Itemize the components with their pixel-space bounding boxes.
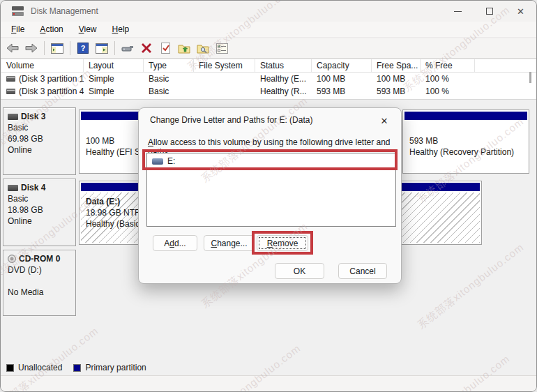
cell-volume: (Disk 3 partition 4) — [19, 86, 84, 96]
status-bar — [1, 375, 536, 392]
header-type[interactable]: Type — [144, 59, 194, 72]
folder-up-icon[interactable] — [176, 40, 192, 56]
disk-name: Disk 3 — [21, 112, 45, 121]
volume-icon — [6, 76, 15, 82]
header-capacity[interactable]: Capacity — [312, 59, 372, 72]
disk-type: Basic — [8, 123, 73, 133]
add-button[interactable]: Add... — [153, 235, 197, 251]
header-layout[interactable]: Layout — [84, 59, 144, 72]
cell-status: Healthy (E... — [255, 74, 312, 84]
cell-free-space: 100 MB — [372, 74, 421, 84]
show-console-tree-icon[interactable] — [49, 40, 66, 56]
table-row[interactable]: (Disk 3 partition 4) Simple Basic Health… — [1, 85, 537, 98]
commit-check-icon[interactable] — [157, 40, 174, 56]
disk-tool-icon[interactable] — [119, 40, 136, 56]
splitter[interactable] — [1, 99, 536, 107]
cell-type: Basic — [144, 86, 194, 96]
disk-management-window: Disk Management ✕ File Action View Help … — [0, 0, 537, 392]
minimize-button[interactable] — [442, 1, 474, 22]
disk-status: Online — [8, 216, 73, 226]
cell-volume: (Disk 3 partition 1) — [19, 74, 84, 84]
drive-letter-listbox[interactable]: E: — [146, 153, 396, 227]
disk-status: Online — [8, 145, 73, 155]
help-icon[interactable]: ? — [75, 40, 91, 56]
header-file-system[interactable]: File System — [194, 59, 255, 72]
disk-name: Disk 4 — [21, 183, 45, 193]
disk-type: Basic — [8, 194, 73, 204]
cdrom-icon — [8, 255, 16, 263]
disk3-partition-recovery[interactable]: 593 MB Healthy (Recovery Partition) — [402, 110, 529, 174]
back-icon[interactable] — [4, 40, 21, 56]
cell-capacity: 593 MB — [312, 86, 372, 96]
legend-label: Unallocated — [18, 363, 62, 372]
drive-letter-label: E: — [167, 156, 175, 166]
disk3-label[interactable]: Disk 3 Basic 69.98 GB Online — [3, 107, 76, 175]
cell-free-space: 593 MB — [372, 86, 421, 96]
partition-size: 593 MB — [409, 135, 527, 146]
partition-status: Healthy (Recovery Partition) — [409, 146, 527, 158]
volume-icon — [6, 89, 15, 94]
header-free-space[interactable]: Free Spa... — [372, 59, 421, 72]
menu-bar: File Action View Help — [1, 22, 536, 38]
disk-icon — [8, 185, 18, 191]
cell-capacity: 100 MB — [312, 74, 372, 84]
maximize-button[interactable] — [474, 1, 505, 22]
change-button[interactable]: Change... — [204, 235, 255, 251]
menu-action[interactable]: Action — [32, 23, 70, 36]
disk-name: CD-ROM 0 — [19, 254, 60, 264]
cancel-button[interactable]: Cancel — [338, 263, 387, 279]
cell-type: Basic — [144, 74, 194, 84]
list-item-e[interactable]: E: — [147, 153, 395, 169]
legend: Unallocated Primary partition — [1, 360, 536, 375]
volume-list: Volume Layout Type File System Status Ca… — [1, 59, 537, 99]
list-scrollbar[interactable] — [529, 72, 531, 83]
table-row[interactable]: (Disk 3 partition 1) Simple Basic Health… — [1, 73, 537, 85]
disk-size: 69.98 GB — [8, 134, 73, 144]
toolbar: ? — [1, 38, 536, 59]
disk-icon — [8, 114, 18, 120]
menu-file[interactable]: File — [3, 23, 32, 36]
disk-status: No Media — [8, 287, 73, 297]
disk4-label[interactable]: Disk 4 Basic 18.98 GB Online — [3, 179, 76, 246]
delete-icon[interactable] — [138, 40, 155, 56]
header-volume[interactable]: Volume — [1, 59, 84, 72]
primary-partition-swatch — [73, 364, 81, 372]
change-drive-letter-dialog: Change Drive Letter and Paths for E: (Da… — [138, 107, 402, 284]
volume-list-header: Volume Layout Type File System Status Ca… — [1, 59, 537, 73]
cdrom-label[interactable]: CD-ROM 0 DVD (D:) No Media — [3, 250, 76, 316]
ok-button[interactable]: OK — [275, 263, 324, 279]
dialog-title: Change Drive Letter and Paths for E: (Da… — [150, 115, 312, 125]
header-pct-free[interactable]: % Free — [421, 59, 475, 72]
window-title: Disk Management — [31, 6, 98, 16]
disk-management-app-icon — [12, 6, 24, 16]
properties-icon[interactable] — [213, 40, 230, 56]
cell-layout: Simple — [84, 74, 144, 84]
cell-pct-free: 100 % — [421, 86, 475, 96]
cell-layout: Simple — [84, 86, 144, 96]
partition-type-band — [404, 112, 527, 120]
header-status[interactable]: Status — [255, 59, 312, 72]
folder-search-icon[interactable] — [195, 40, 211, 56]
disk-type: DVD (D:) — [8, 265, 73, 275]
cell-status: Healthy (R... — [255, 86, 312, 96]
menu-help[interactable]: Help — [105, 23, 137, 36]
svg-text:?: ? — [81, 44, 86, 52]
cell-pct-free: 100 % — [421, 74, 475, 84]
legend-label: Primary partition — [85, 363, 146, 372]
forward-icon[interactable] — [23, 40, 40, 56]
title-bar: Disk Management ✕ — [1, 1, 536, 22]
dialog-close-icon[interactable]: ✕ — [377, 114, 391, 128]
disk-size: 18.98 GB — [8, 205, 73, 215]
menu-view[interactable]: View — [71, 23, 105, 36]
show-action-pane-icon[interactable] — [93, 40, 110, 56]
unallocated-swatch — [6, 364, 14, 372]
drive-icon — [152, 158, 163, 165]
header-spacer — [475, 59, 537, 72]
remove-button[interactable]: Remove — [257, 235, 308, 251]
close-button[interactable]: ✕ — [505, 1, 536, 22]
